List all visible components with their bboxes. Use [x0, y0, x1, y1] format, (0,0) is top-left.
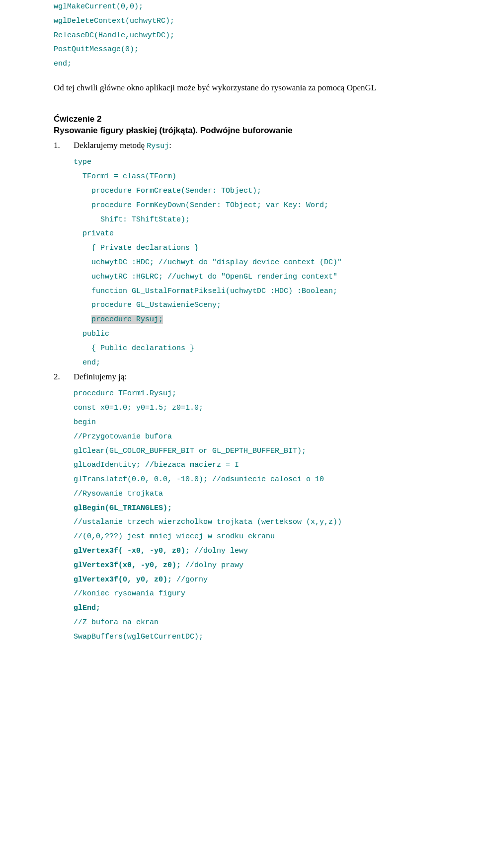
code-line-bold: glVertex3f(x0, -y0, z0); [74, 561, 181, 570]
code-line: //koniec rysowania figury [74, 589, 185, 598]
code-line: type [74, 158, 91, 166]
code-line: begin [74, 418, 96, 427]
code-line: //dolny lewy [190, 547, 248, 555]
code-line-bold: glBegin(GL_TRIANGLES); [74, 504, 172, 512]
code-line: //gorny [172, 576, 208, 584]
code-line [74, 315, 91, 324]
code-line: public [74, 330, 109, 338]
code-line: glTranslatef(0.0, 0.0, -10.0); //odsunie… [74, 475, 324, 484]
code-line: SwapBuffers(wglGetCurrentDC); [74, 633, 203, 641]
code-block-rysuj-impl: procedure TForm1.Rysuj; const x0=1.0; y0… [54, 387, 423, 644]
code-block-type-decl: type TForm1 = class(TForm) procedure For… [54, 155, 423, 370]
code-line: procedure TForm1.Rysuj; [74, 389, 176, 398]
code-line: private [74, 229, 114, 238]
code-token-rysuj: Rysuj [147, 142, 169, 150]
list-item-1: 1. Deklarujemy metodę Rysuj: [54, 141, 423, 150]
list-item-2: 2. Definiujemy ją: [54, 372, 423, 382]
code-line: procedure FormCreate(Sender: TObject); [74, 187, 261, 195]
code-line: procedure GL_UstawienieSceny; [74, 301, 221, 309]
list-number: 1. [54, 141, 74, 150]
section-heading-exercise-2: Ćwiczenie 2 Rysowanie figury płaskiej (t… [54, 114, 423, 137]
code-line: { Public declarations } [74, 344, 194, 353]
code-line: const x0=1.0; y0=1.5; z0=1.0; [74, 404, 203, 412]
code-line-bold: glVertex3f( -x0, -y0, z0); [74, 547, 190, 555]
code-line: TForm1 = class(TForm) [74, 172, 176, 181]
code-line: glClear(GL_COLOR_BUFFER_BIT or GL_DEPTH_… [74, 447, 306, 455]
paragraph-intro: Od tej chwili główne okno aplikacji może… [54, 81, 423, 94]
code-line: wglMakeCurrent(0,0); [54, 2, 143, 11]
code-line: end; [54, 60, 72, 68]
code-line: //(0,0,???) jest mniej wiecej w srodku e… [74, 532, 275, 541]
code-line: //dolny prawy [181, 561, 243, 570]
list-number: 2. [54, 372, 74, 382]
code-line: PostQuitMessage(0); [54, 45, 139, 54]
code-line: wglDeleteContext(uchwytRC); [54, 17, 174, 25]
code-line: //ustalanie trzech wierzcholkow trojkata… [74, 518, 342, 526]
list-text: Deklarujemy metodę [74, 141, 147, 150]
code-line: Shift: TShiftState); [74, 216, 190, 224]
code-line-bold: glVertex3f(0, y0, z0); [74, 576, 172, 584]
code-line: function GL_UstalFormatPikseli(uchwytDC … [74, 287, 337, 295]
code-line: { Private declarations } [74, 244, 199, 252]
code-line: //Przygotowanie bufora [74, 433, 172, 441]
list-text-after: : [169, 141, 171, 150]
list-text: Definiujemy ją: [74, 372, 127, 381]
code-line: procedure FormKeyDown(Sender: TObject; v… [74, 201, 328, 210]
code-line-highlight: procedure Rysuj; [91, 315, 163, 324]
code-line: glLoadIdentity; //biezaca macierz = I [74, 461, 239, 469]
code-line: //Z bufora na ekran [74, 618, 159, 627]
code-line: uchwytRC :HGLRC; //uchwyt do "OpenGL ren… [74, 273, 337, 281]
code-line: //Rysowanie trojkata [74, 490, 163, 498]
code-line-bold: glEnd; [74, 604, 100, 612]
code-block-destroy: wglMakeCurrent(0,0); wglDeleteContext(uc… [54, 0, 423, 72]
code-line: uchwytDC :HDC; //uchwyt do "display devi… [74, 258, 342, 267]
code-line: ReleaseDC(Handle,uchwytDC); [54, 31, 174, 40]
code-line: end; [74, 359, 100, 367]
